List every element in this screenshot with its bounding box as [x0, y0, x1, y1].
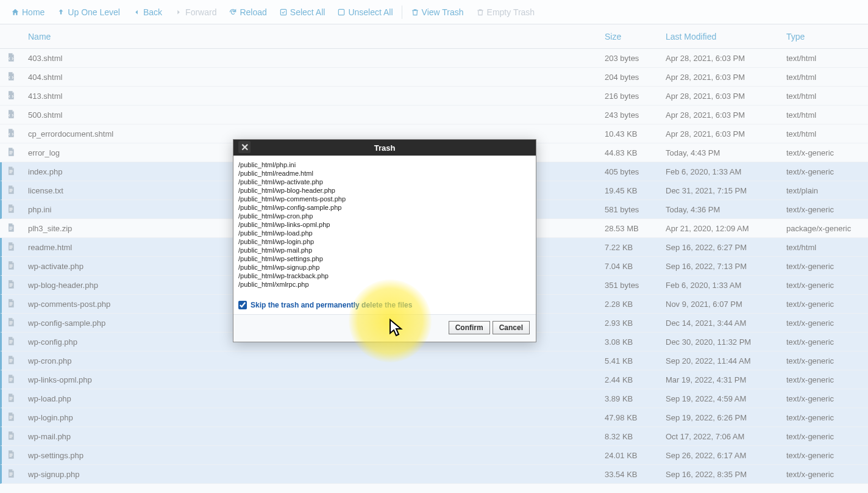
cell-modified: Apr 28, 2021, 6:03 PM — [666, 129, 786, 139]
svg-rect-14 — [9, 227, 12, 228]
home-button[interactable]: Home — [5, 5, 51, 20]
cell-size: 2.93 KB — [605, 318, 666, 328]
cell-size: 5.41 KB — [605, 356, 666, 365]
select-all-icon — [279, 8, 288, 16]
back-label: Back — [143, 7, 162, 17]
cell-modified: Dec 30, 2020, 11:32 PM — [666, 337, 786, 347]
cell-type: text/html — [786, 92, 862, 101]
cell-size: 7.04 KB — [605, 262, 666, 271]
unselect-all-button[interactable]: Unselect All — [331, 5, 399, 20]
svg-rect-51 — [9, 455, 12, 456]
cell-modified: Apr 28, 2021, 6:03 PM — [666, 92, 786, 101]
table-row[interactable]: wp-login.php47.98 KBSep 19, 2022, 6:26 P… — [0, 408, 868, 427]
svg-rect-23 — [9, 284, 12, 284]
cell-modified: Apr 28, 2021, 6:03 PM — [666, 110, 786, 120]
reload-icon — [229, 8, 237, 16]
file-icon — [6, 374, 16, 385]
skip-trash-checkbox[interactable] — [238, 301, 247, 309]
cell-size: 28.53 MB — [605, 224, 666, 233]
cell-modified: Today, 4:36 PM — [666, 205, 786, 214]
file-icon — [6, 450, 16, 461]
col-header-type[interactable]: Type — [786, 32, 862, 41]
modal-body[interactable]: /public_html/php.ini/public_html/readme.… — [233, 156, 536, 314]
file-icon — [6, 298, 16, 309]
cell-size: 405 bytes — [605, 167, 666, 176]
trash-list-item: /public_html/wp-cron.php — [238, 212, 533, 220]
empty-trash-button[interactable]: Empty Trash — [470, 5, 541, 20]
table-row[interactable]: 413.shtml216 bytesApr 28, 2021, 6:03 PMt… — [0, 87, 868, 106]
trash-list-item: /public_html/php.ini — [238, 160, 533, 169]
col-header-modified[interactable]: Last Modified — [666, 32, 786, 41]
modal-close-button[interactable]: ✕ — [238, 141, 251, 153]
svg-rect-7 — [9, 173, 12, 173]
trash-list-item: /public_html/wp-load.php — [238, 229, 533, 237]
table-row[interactable]: wp-links-opml.php2.44 KBMar 19, 2022, 4:… — [0, 370, 868, 389]
up-label: Up One Level — [68, 7, 120, 17]
trash-list-item: /public_html/wp-login.php — [238, 237, 533, 246]
cell-modified: Sep 19, 2022, 4:59 AM — [666, 394, 786, 403]
svg-rect-38 — [9, 378, 12, 379]
table-row[interactable]: wp-cron.php5.41 KBSep 20, 2022, 11:44 AM… — [0, 351, 868, 370]
svg-rect-37 — [9, 362, 12, 362]
cell-type: text/x-generic — [786, 337, 862, 347]
svg-rect-13 — [9, 211, 12, 211]
cell-size: 8.32 KB — [605, 432, 666, 441]
reload-button[interactable]: Reload — [222, 5, 272, 20]
cell-type: text/x-generic — [786, 205, 862, 214]
view-trash-button[interactable]: View Trash — [405, 5, 470, 20]
cell-size: 24.01 KB — [605, 451, 666, 460]
cell-name: 404.shtml — [28, 73, 605, 82]
cell-type: text/x-generic — [786, 375, 862, 384]
svg-rect-26 — [9, 303, 12, 303]
trash-list-item: /public_html/wp-signup.php — [238, 263, 533, 272]
confirm-button[interactable]: Confirm — [449, 321, 490, 334]
table-row[interactable]: wp-signup.php33.54 KBSep 16, 2022, 8:35 … — [0, 465, 868, 484]
forward-button[interactable]: Forward — [168, 5, 222, 20]
cell-name: wp-cron.php — [28, 356, 605, 365]
table-row[interactable]: 500.shtml243 bytesApr 28, 2021, 6:03 PMt… — [0, 106, 868, 124]
cell-size: 33.54 KB — [605, 470, 666, 479]
table-row[interactable]: wp-settings.php24.01 KBSep 26, 2022, 6:1… — [0, 446, 868, 465]
table-header: Name Size Last Modified Type — [0, 24, 868, 49]
svg-rect-35 — [9, 359, 12, 360]
cell-type: text/x-generic — [786, 470, 862, 479]
cell-type: package/x-generic — [786, 224, 862, 233]
col-header-size[interactable]: Size — [605, 32, 666, 41]
file-icon — [6, 279, 16, 290]
cell-modified: Sep 16, 2022, 7:13 PM — [666, 262, 786, 271]
cell-size: 10.43 KB — [605, 129, 666, 139]
svg-rect-22 — [9, 267, 12, 268]
table-row[interactable]: wp-load.php3.89 KBSep 19, 2022, 4:59 AMt… — [0, 389, 868, 408]
skip-trash-checkbox-row[interactable]: Skip the trash and permanently delete th… — [238, 301, 533, 309]
svg-rect-2 — [9, 151, 12, 152]
table-row[interactable]: 403.shtml203 bytesApr 28, 2021, 6:03 PMt… — [0, 49, 868, 68]
cell-type: text/x-generic — [786, 356, 862, 365]
svg-rect-46 — [9, 419, 12, 419]
svg-rect-8 — [9, 189, 12, 190]
cell-type: text/x-generic — [786, 413, 862, 422]
table-row[interactable]: 404.shtml204 bytesApr 28, 2021, 6:03 PMt… — [0, 68, 868, 87]
col-header-name[interactable]: Name — [28, 32, 605, 41]
cell-size: 44.83 KB — [605, 148, 666, 157]
up-button[interactable]: Up One Level — [51, 5, 126, 20]
svg-rect-43 — [9, 400, 12, 400]
select-all-label: Select All — [290, 7, 326, 17]
svg-rect-20 — [9, 265, 12, 265]
svg-rect-24 — [9, 285, 12, 286]
svg-rect-44 — [9, 416, 12, 417]
cancel-button[interactable]: Cancel — [493, 321, 530, 334]
svg-rect-49 — [9, 437, 12, 438]
file-icon — [6, 71, 16, 82]
table-row[interactable]: wp-mail.php8.32 KBOct 17, 2022, 7:06 AMt… — [0, 427, 868, 446]
modal-file-list: /public_html/php.ini/public_html/readme.… — [238, 160, 533, 289]
back-button[interactable]: Back — [126, 5, 168, 20]
svg-rect-17 — [9, 246, 12, 246]
up-icon — [57, 8, 65, 16]
unselect-all-icon — [337, 8, 346, 16]
cell-size: 47.98 KB — [605, 413, 666, 422]
cell-modified: Sep 16, 2022, 8:35 PM — [666, 470, 786, 479]
forward-icon — [174, 8, 183, 16]
cell-modified: Mar 19, 2022, 4:31 PM — [666, 375, 786, 384]
select-all-button[interactable]: Select All — [273, 5, 332, 20]
svg-rect-11 — [9, 208, 12, 209]
